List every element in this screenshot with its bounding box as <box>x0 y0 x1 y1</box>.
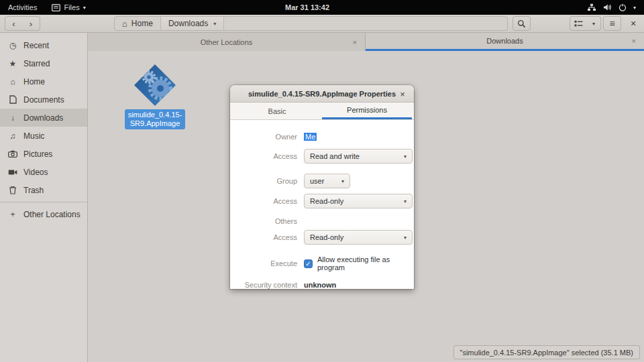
group-access-label: Access <box>235 197 297 205</box>
tab-permissions[interactable]: Permissions <box>322 103 412 119</box>
sidebar-item-label: Downloads <box>23 113 63 123</box>
execute-row: Execute ✓ Allow executing file as progra… <box>235 255 414 272</box>
owner-value[interactable]: Me <box>304 133 317 141</box>
properties-dialog: simulide_0.4.15-SR9.AppImage Properties … <box>230 85 414 289</box>
tab-other-locations[interactable]: Other Locations × <box>88 33 366 51</box>
others-label: Others <box>235 217 297 225</box>
sidebar-item-home[interactable]: ⌂ Home <box>0 72 87 90</box>
selection-status-text: "simulide_0.4.15-SR9.AppImage" selected … <box>460 349 634 357</box>
download-arrow-icon: ↓ <box>8 113 17 123</box>
chevron-down-icon: ▾ <box>404 154 407 160</box>
activities-button[interactable]: Activities <box>8 3 37 11</box>
sidebar-item-recent[interactable]: ◷ Recent <box>0 36 87 54</box>
chevron-down-icon: ▾ <box>404 235 407 241</box>
app-menu-label: Files <box>64 3 79 11</box>
sidebar-item-label: Pictures <box>23 149 52 159</box>
window-close-button[interactable]: × <box>625 16 641 31</box>
sidebar-item-trash[interactable]: Trash <box>0 181 87 199</box>
hamburger-menu-button[interactable]: ≡ <box>603 16 621 31</box>
tab-downloads[interactable]: Downloads × <box>366 33 644 51</box>
home-icon: ⌂ <box>8 77 17 86</box>
dropdown-value: user <box>310 177 324 185</box>
execute-label: Execute <box>235 259 297 267</box>
owner-access-dropdown[interactable]: Read and write ▾ <box>304 149 413 164</box>
tab-basic[interactable]: Basic <box>232 103 322 119</box>
chevron-down-icon: ▾ <box>592 21 595 27</box>
dialog-body: Owner Me Access Read and write ▾ Group u… <box>230 120 414 289</box>
power-icon <box>619 3 627 11</box>
path-segment-downloads[interactable]: Downloads ▾ <box>161 17 224 30</box>
screen: Activities Files ▾ Mar 31 13:42 ▾ ‹ › ⌂ … <box>0 0 644 362</box>
sidebar-item-label: Other Locations <box>23 210 80 219</box>
volume-icon <box>603 3 612 11</box>
tab-close-icon[interactable]: × <box>632 37 636 45</box>
path-segment-home[interactable]: ⌂ Home <box>115 17 161 30</box>
sidebar-item-label: Recent <box>23 41 49 50</box>
clock-icon: ◷ <box>8 41 17 50</box>
system-status-area[interactable]: ▾ <box>587 0 636 15</box>
plus-icon: + <box>8 210 17 219</box>
dropdown-value: Read and write <box>310 152 360 160</box>
sidebar-item-starred[interactable]: ★ Starred <box>0 54 87 72</box>
group-dropdown[interactable]: user ▾ <box>304 174 350 188</box>
music-icon: ♫ <box>8 131 17 141</box>
search-icon <box>517 19 526 28</box>
header-bar: ‹ › ⌂ Home Downloads ▾ ▾ ≡ × <box>0 15 644 33</box>
video-icon <box>8 169 17 176</box>
chevron-down-icon: ▾ <box>341 178 344 184</box>
view-toggle-button[interactable] <box>570 16 588 31</box>
owner-access-label: Access <box>235 152 297 160</box>
dialog-title: simulide_0.4.15-SR9.AppImage Properties <box>248 90 396 98</box>
document-icon <box>8 95 17 104</box>
sidebar-item-documents[interactable]: Documents <box>0 90 87 109</box>
forward-button[interactable]: › <box>22 16 40 31</box>
owner-access-row: Access Read and write ▾ <box>235 149 414 164</box>
file-name-label: simulide_0.4.15- SR9.AppImage <box>125 109 186 129</box>
sidebar-separator <box>0 202 87 202</box>
camera-icon <box>8 150 17 158</box>
home-icon: ⌂ <box>122 19 127 29</box>
owner-label: Owner <box>235 133 297 141</box>
execute-checkbox[interactable]: ✓ <box>304 259 313 268</box>
sidebar-item-downloads[interactable]: ↓ Downloads <box>0 109 87 127</box>
security-context-value: unknown <box>304 281 336 289</box>
path-bar: ⌂ Home Downloads ▾ <box>114 16 508 31</box>
clock[interactable]: Mar 31 13:42 <box>285 3 329 11</box>
security-context-row: Security context unknown <box>235 281 414 289</box>
sidebar-item-other-locations[interactable]: + Other Locations <box>0 205 87 223</box>
security-context-label: Security context <box>235 281 297 289</box>
top-bar: Activities Files ▾ Mar 31 13:42 ▾ <box>0 0 644 15</box>
tab-label: Other Locations <box>201 38 253 46</box>
tab-bar: Other Locations × Downloads × <box>88 33 644 51</box>
group-access-row: Access Read-only ▾ <box>235 194 414 208</box>
file-item-appimage[interactable]: simulide_0.4.15- SR9.AppImage <box>121 63 189 129</box>
sidebar-item-label: Videos <box>23 168 48 177</box>
app-menu-files[interactable]: Files ▾ <box>52 3 85 11</box>
others-access-row: Access Read-only ▾ <box>235 230 414 245</box>
sidebar-item-pictures[interactable]: Pictures <box>0 145 87 163</box>
sidebar-item-videos[interactable]: Videos <box>0 163 87 181</box>
view-options-button[interactable]: ▾ <box>587 16 601 31</box>
chevron-down-icon: ▾ <box>404 198 407 204</box>
tab-label: Downloads <box>486 37 523 45</box>
sidebar-item-label: Starred <box>23 59 50 68</box>
sidebar: ◷ Recent ★ Starred ⌂ Home Documents ↓ Do… <box>0 33 88 362</box>
owner-row: Owner Me <box>235 133 414 141</box>
back-button[interactable]: ‹ <box>5 16 23 31</box>
group-access-dropdown[interactable]: Read-only ▾ <box>304 194 413 208</box>
sidebar-item-music[interactable]: ♫ Music <box>0 127 87 145</box>
trash-icon <box>8 186 17 194</box>
dialog-close-button[interactable]: × <box>397 88 408 99</box>
list-view-icon <box>574 20 583 27</box>
dropdown-value: Read-only <box>310 233 343 241</box>
sidebar-item-label: Music <box>23 131 44 141</box>
dialog-tabs: Basic Permissions <box>230 103 414 120</box>
group-row: Group user ▾ <box>235 174 414 188</box>
dialog-titlebar[interactable]: simulide_0.4.15-SR9.AppImage Properties … <box>230 85 414 103</box>
star-icon: ★ <box>8 59 17 68</box>
chevron-down-icon: ▾ <box>633 5 636 11</box>
search-button[interactable] <box>513 16 531 31</box>
others-access-dropdown[interactable]: Read-only ▾ <box>304 230 413 245</box>
execute-option-label: Allow executing file as program <box>317 255 414 272</box>
tab-close-icon[interactable]: × <box>353 38 357 46</box>
